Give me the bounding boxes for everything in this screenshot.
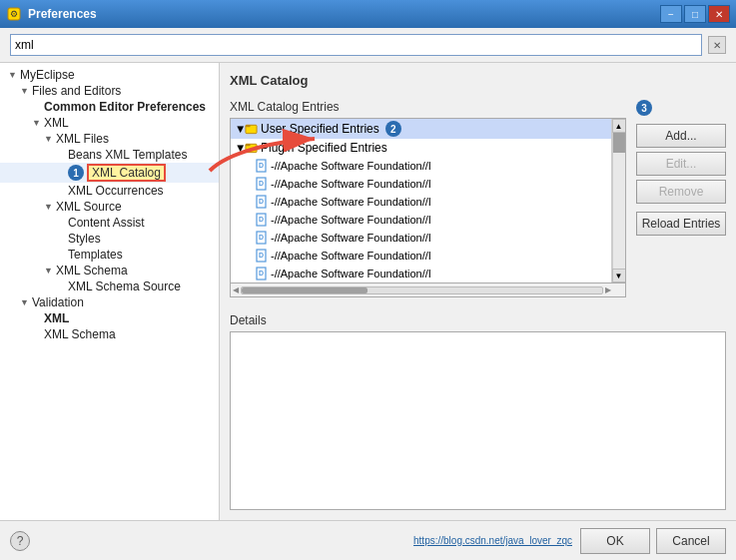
scroll-thumb[interactable] [613,133,625,153]
tree-item-validation-xml[interactable]: ▶ XML [0,310,219,326]
tree-item-xml-schema[interactable]: ▼ XML Schema [0,263,219,279]
app-icon: ⚙ [6,6,22,22]
bottom-link[interactable]: https://blog.csdn.net/java_lover_zqc [413,535,572,546]
tree-label: XML Source [56,200,122,214]
catalog-entries-label: XML Catalog Entries [230,100,626,114]
content-area: ▼ MyEclipse ▼ Files and Editors ▶ Common… [0,63,736,520]
expand-icon: ▼ [20,297,30,307]
apache-entry-4[interactable]: D -//Apache Software Foundation//I [231,229,611,247]
minimize-button[interactable]: − [660,5,682,23]
scroll-up[interactable]: ▲ [612,119,626,133]
add-button[interactable]: Add... [636,124,726,148]
tree-label: Common Editor Preferences [44,100,206,114]
plugin-specified-label: Plugin Specified Entries [261,141,387,155]
apache-entry-text: -//Apache Software Foundation//I [271,178,431,190]
edit-button[interactable]: Edit... [636,152,726,176]
details-section: Details [230,313,726,510]
details-label: Details [230,313,726,327]
apache-entry-text: -//Apache Software Foundation//I [271,214,431,226]
catalog-tree: ▼ User Specified Entries 2 ▼ [231,119,611,282]
tree-item-templates[interactable]: ▶ Templates [0,247,219,263]
badge-3: 3 [636,100,652,116]
svg-rect-5 [246,144,251,146]
expand-arrow: ▼ [235,123,245,135]
maximize-button[interactable]: □ [684,5,706,23]
expand-icon: ▼ [44,266,54,276]
horizontal-scrollbar[interactable]: ◀ ▶ [230,283,626,297]
apache-entry-2[interactable]: D -//Apache Software Foundation//I [231,193,611,211]
svg-text:D: D [259,180,264,187]
apache-entry-3[interactable]: D -//Apache Software Foundation//I [231,211,611,229]
details-box [230,331,726,510]
apache-entry-0[interactable]: D -//Apache Software Foundation//I [231,157,611,175]
tree-item-styles[interactable]: ▶ Styles [0,231,219,247]
doc-icon: D [255,249,268,263]
doc-icon: D [255,213,268,227]
window-title: Preferences [28,7,660,21]
tree-label: Content Assist [68,216,145,230]
folder-icon [245,141,258,155]
title-bar: ⚙ Preferences − □ ✕ [0,0,736,28]
scroll-down[interactable]: ▼ [612,269,626,282]
tree-item-common-editor[interactable]: ▶ Common Editor Preferences [0,99,219,115]
search-clear-button[interactable]: ✕ [708,36,726,54]
folder-icon [245,122,258,136]
search-row: ✕ [0,28,736,63]
reload-button[interactable]: Reload Entries [636,212,726,236]
search-input[interactable] [10,34,702,56]
plugin-specified-entries[interactable]: ▼ Plugin Specified Entries [231,139,611,157]
user-specified-entries[interactable]: ▼ User Specified Entries 2 [231,119,611,139]
svg-text:D: D [259,198,264,205]
vertical-scrollbar[interactable]: ▲ ▼ [611,119,625,282]
scroll-right[interactable]: ▶ [605,285,611,294]
tree-label: XML [44,116,69,130]
tree-item-xml-schema-source[interactable]: ▶ XML Schema Source [0,279,219,294]
expand-icon: ▼ [44,202,54,212]
apache-entry-1[interactable]: D -//Apache Software Foundation//I [231,175,611,193]
svg-text:D: D [259,234,264,241]
preferences-dialog: ✕ ▼ MyEclipse ▼ Files and Editors ▶ Comm… [0,28,736,560]
tree-label: Beans XML Templates [68,148,187,162]
apache-entry-text: -//Apache Software Foundation//I [271,196,431,208]
tree-item-myeclipse[interactable]: ▼ MyEclipse [0,67,219,83]
doc-icon: D [255,159,268,173]
remove-button[interactable]: Remove [636,180,726,204]
close-button[interactable]: ✕ [708,5,730,23]
tree-item-xml[interactable]: ▼ XML [0,115,219,131]
tree-item-xml-files[interactable]: ▼ XML Files [0,131,219,147]
scroll-left[interactable]: ◀ [233,285,239,294]
tree-label: MyEclipse [20,68,75,82]
tree-item-xml-source[interactable]: ▼ XML Source [0,199,219,215]
tree-label: Styles [68,232,101,246]
ok-button[interactable]: OK [580,528,650,554]
tree-item-content-assist[interactable]: ▶ Content Assist [0,215,219,231]
hscroll-track[interactable] [241,286,603,294]
apache-entry-text: -//Apache Software Foundation//I [271,160,431,172]
svg-text:D: D [259,216,264,223]
help-button[interactable]: ? [10,531,30,551]
apache-entry-6[interactable]: D -//Apache Software Foundation//I [231,265,611,282]
doc-icon: D [255,231,268,245]
tree-item-beans-xml[interactable]: ▶ Beans XML Templates [0,147,219,163]
svg-text:D: D [259,252,264,259]
tree-label: XML [44,311,69,325]
scroll-track[interactable] [612,133,626,269]
cancel-button[interactable]: Cancel [656,528,726,554]
right-panel: XML Catalog XML Catalog Entries ▼ [220,63,736,520]
tree-item-validation[interactable]: ▼ Validation [0,294,219,310]
doc-icon: D [255,195,268,209]
tree-item-validation-schema[interactable]: ▶ XML Schema [0,326,219,342]
catalog-buttons: 3 Add... Edit... Remove Reload Entries [636,100,726,297]
tree-label: Validation [32,295,84,309]
doc-icon: D [255,177,268,191]
apache-entry-text: -//Apache Software Foundation//I [271,268,431,280]
user-specified-label: User Specified Entries [261,122,379,136]
tree-item-files-editors[interactable]: ▼ Files and Editors [0,83,219,99]
tree-item-xml-catalog[interactable]: ▶ 1 XML Catalog [0,163,219,183]
tree-item-xml-occurrences[interactable]: ▶ XML Occurrences [0,183,219,199]
tree-label: XML Schema [44,327,116,341]
apache-entry-5[interactable]: D -//Apache Software Foundation//I [231,247,611,265]
svg-text:⚙: ⚙ [10,9,18,19]
right-panel-title: XML Catalog [230,73,726,88]
expand-icon: ▼ [32,118,42,128]
